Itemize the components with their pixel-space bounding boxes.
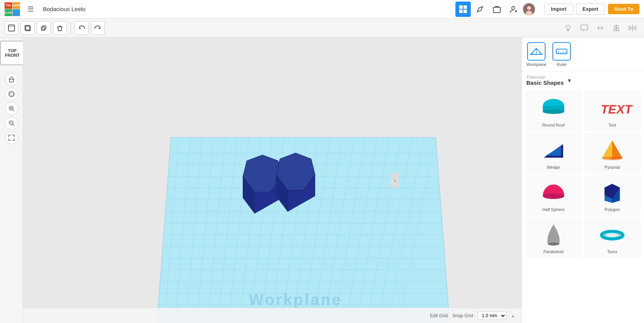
shapes-header: Tinkercad Basic Shapes ▼ <box>522 72 644 89</box>
align-tool[interactable] <box>610 21 623 35</box>
logo-cad: CAD <box>5 9 12 16</box>
svg-rect-12 <box>41 27 45 30</box>
right-tools-section: Workplane Ruler <box>522 38 644 72</box>
mirror-tool[interactable] <box>626 21 639 35</box>
toolbar-right-tools <box>561 21 639 35</box>
torus-canvas <box>597 221 628 248</box>
projects-button[interactable] <box>489 2 504 17</box>
half-sphere-canvas <box>538 179 569 206</box>
wedge-canvas <box>538 137 569 163</box>
duplicate-button[interactable] <box>37 21 51 35</box>
shape-half-sphere[interactable]: Half Sphere <box>525 175 582 216</box>
bulb-tool[interactable] <box>561 21 575 35</box>
svg-marker-102 <box>546 146 561 156</box>
ruler-icon <box>552 42 571 61</box>
main-toolbar <box>0 18 644 38</box>
user-avatar[interactable] <box>523 3 535 15</box>
snap-arrow: ▲ <box>511 313 515 318</box>
build-button[interactable] <box>472 2 488 17</box>
svg-rect-2 <box>459 10 463 13</box>
svg-line-26 <box>13 110 14 111</box>
cube-top-label: TOP <box>8 48 16 53</box>
new-button[interactable] <box>5 21 18 35</box>
half-sphere-label: Half Sphere <box>542 207 565 212</box>
ruler-tool[interactable]: Ruler <box>552 42 571 67</box>
svg-rect-13 <box>43 26 46 29</box>
svg-point-7 <box>527 6 531 10</box>
svg-rect-4 <box>493 7 500 13</box>
svg-rect-22 <box>10 79 13 82</box>
shape-torus[interactable]: Torus <box>584 217 641 258</box>
svg-point-108 <box>543 193 564 199</box>
undo-button[interactable] <box>75 21 89 35</box>
edit-grid-label[interactable]: Edit Grid <box>430 313 448 318</box>
shape-text[interactable]: TEXT Text <box>584 91 641 131</box>
wedge-label: Wedge <box>547 165 560 170</box>
ruler-label: Ruler <box>557 62 567 67</box>
zoom-out-button[interactable] <box>5 117 18 130</box>
panel-collapse-button[interactable]: › <box>391 173 399 188</box>
svg-point-8 <box>526 11 532 15</box>
shapes-title: Basic Shapes <box>526 79 564 86</box>
viewport[interactable]: Workplane Edit Grid Snap Grid 1.0 mm 0.5… <box>23 38 521 323</box>
svg-marker-21 <box>633 26 636 30</box>
shape-paraboloid[interactable]: Paraboloid <box>525 217 582 258</box>
snap-value-select[interactable]: 1.0 mm 0.5 mm 2.0 mm <box>478 311 506 320</box>
paraboloid-label: Paraboloid <box>543 249 564 254</box>
grid-view-button[interactable] <box>455 2 471 17</box>
send-to-button[interactable]: Send To <box>608 4 639 14</box>
shape-polygon[interactable]: Polygon <box>584 175 641 216</box>
pyramid-label: Pyramid <box>605 165 620 170</box>
snap-grid-label: Snap Grid <box>452 313 473 318</box>
orbit-button[interactable] <box>5 87 18 101</box>
workplane-tool[interactable]: Workplane <box>526 42 546 67</box>
add-user-button[interactable] <box>506 2 521 17</box>
logo-empty <box>13 9 20 16</box>
action-buttons: Import Export Send To <box>544 3 639 15</box>
delete-button[interactable] <box>53 21 67 35</box>
tinkercad-logo[interactable]: TIN KER CAD <box>5 2 18 16</box>
svg-text:TEXT: TEXT <box>601 102 633 116</box>
svg-point-94 <box>543 109 564 114</box>
nav-right-icons <box>455 2 535 17</box>
polygon-canvas <box>597 179 628 206</box>
import-button[interactable]: Import <box>544 3 573 15</box>
shape-round-roof[interactable]: Round Roof <box>525 91 582 131</box>
shapes-grid: Round Roof TEXT Text <box>522 89 644 259</box>
svg-point-106 <box>602 157 623 160</box>
fit-view-button[interactable] <box>5 131 18 144</box>
toolbar-separator <box>71 22 71 34</box>
shape-wedge[interactable]: Wedge <box>525 133 582 173</box>
workplane-icon <box>527 42 545 61</box>
svg-rect-3 <box>463 10 467 13</box>
polygon-label: Polygon <box>605 207 620 212</box>
export-button[interactable]: Export <box>576 3 605 15</box>
home-view-button[interactable] <box>5 73 18 86</box>
cube-front-label: FRONT <box>5 53 20 58</box>
svg-rect-0 <box>459 5 463 9</box>
shapes-category: Tinkercad <box>526 75 564 79</box>
shape-pyramid[interactable]: Pyramid <box>584 133 641 173</box>
zoom-in-button[interactable] <box>5 102 18 115</box>
project-name[interactable]: Bodacious Leelo <box>43 6 451 12</box>
shapes-dropdown-arrow[interactable]: ▼ <box>567 77 572 84</box>
comment-tool[interactable] <box>577 21 591 35</box>
svg-marker-20 <box>629 26 632 30</box>
svg-point-113 <box>548 242 559 246</box>
torus-label: Torus <box>607 249 618 254</box>
round-roof-canvas <box>538 94 569 121</box>
svg-rect-15 <box>581 25 588 30</box>
redo-button[interactable] <box>91 21 105 35</box>
round-roof-label: Round Roof <box>542 123 565 127</box>
right-panel: Workplane Ruler Tinkercad B <box>521 38 644 323</box>
pyramid-canvas <box>597 137 628 163</box>
flip-tool[interactable] <box>593 21 607 35</box>
copy-button[interactable] <box>21 21 34 35</box>
menu-icon-button[interactable]: ☰ <box>23 2 38 17</box>
logo-tin: TIN <box>5 2 12 9</box>
main-area: TOP FRONT <box>0 38 644 323</box>
top-navigation: TIN KER CAD ☰ Bodacious Leelo Import Exp… <box>0 0 644 18</box>
left-panel: TOP FRONT <box>0 38 23 323</box>
text-canvas: TEXT <box>597 94 628 121</box>
svg-rect-9 <box>8 25 15 31</box>
